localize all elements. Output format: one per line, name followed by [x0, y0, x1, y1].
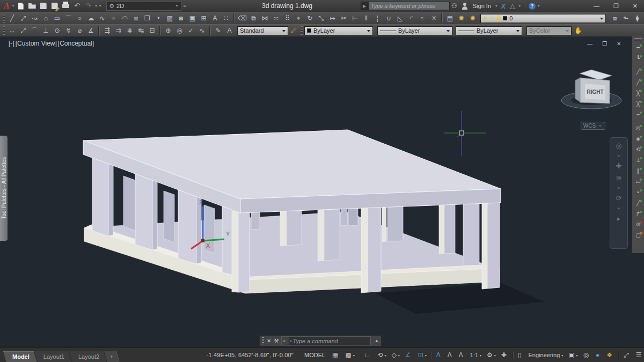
polyline-icon[interactable]: ↝ — [29, 13, 40, 24]
object-color-dropdown[interactable]: ByLayer — [304, 26, 373, 35]
open-file-button[interactable] — [26, 1, 38, 11]
snap-parallel-icon[interactable]: ∥ — [633, 166, 643, 176]
snap-from-icon[interactable]: ↱ — [633, 209, 643, 219]
viewport-view-control[interactable]: [Custom View] — [16, 40, 57, 47]
toolbar-grip[interactable] — [301, 26, 303, 35]
ucs-dropdown[interactable]: WCS ▼ — [581, 122, 605, 130]
move-icon[interactable]: ⌖ — [293, 13, 304, 24]
offset-icon[interactable]: ≍ — [270, 13, 282, 24]
showmotion-icon[interactable]: ▸ — [617, 215, 621, 222]
rotate-icon[interactable]: ↻ — [304, 13, 316, 24]
viewcube[interactable]: RIGHT — [561, 70, 621, 109]
ortho-mode-icon[interactable]: ∟ — [362, 348, 375, 362]
restore-button[interactable]: ❐ — [613, 3, 619, 10]
annotation-visibility-icon[interactable]: Λ — [434, 348, 445, 362]
snap-point-icon[interactable]: ╱ — [633, 67, 643, 77]
annotation-autoscale-icon[interactable]: Λ — [445, 348, 456, 362]
break-icon[interactable]: ‖ — [361, 13, 372, 24]
join-icon[interactable]: ∪ — [383, 13, 394, 24]
dimension-edit-icon[interactable]: ✎ — [213, 25, 224, 36]
object-snap-tracking-icon[interactable]: ∠ — [402, 348, 415, 362]
layer-on-icon[interactable]: ✺ — [456, 13, 467, 24]
jog-line-icon[interactable]: ∿ — [196, 25, 208, 36]
layer-previous-icon[interactable]: ⬑ — [620, 13, 632, 24]
model-space-canvas[interactable]: Z Y X RIGHT — [0, 36, 644, 348]
layer-dropdown[interactable]: ✺ ☀ 0 — [480, 14, 606, 23]
diameter-dimension-icon[interactable]: ⌀ — [74, 25, 85, 36]
undo-button[interactable]: ↶ — [71, 1, 83, 11]
command-prompt-icon[interactable]: >_ — [282, 337, 289, 345]
search-binoculars-icon[interactable]: ⚇ — [450, 2, 459, 10]
snap-node-icon[interactable]: • — [633, 187, 643, 198]
snap-insert-icon[interactable]: ▭ — [633, 176, 643, 187]
chamfer-icon[interactable]: ◺ — [394, 13, 406, 24]
save-button[interactable] — [38, 1, 49, 11]
separator[interactable] — [513, 351, 514, 359]
pan-hand-icon[interactable]: ✋ — [572, 27, 585, 34]
spline-icon[interactable]: ∿ — [97, 13, 108, 24]
command-input[interactable] — [293, 338, 371, 344]
system-monitor-icon[interactable]: ❖ — [604, 348, 617, 362]
redo-dropdown-icon[interactable]: ▾ — [98, 4, 103, 8]
lineweight-dropdown[interactable]: ByLayer — [456, 26, 522, 35]
quick-dimension-icon[interactable]: ⇶ — [101, 25, 113, 36]
arc-icon[interactable]: ⌒ — [63, 13, 74, 24]
line-icon[interactable]: ╱ — [6, 13, 18, 24]
search-input[interactable] — [368, 2, 450, 10]
orbit-dropdown-icon[interactable]: ▾ — [618, 206, 620, 210]
polar-tracking-icon[interactable]: ⟲▾ — [375, 348, 389, 362]
extend-icon[interactable]: ⊢ — [349, 13, 361, 24]
hatch-icon[interactable]: ▨ — [164, 13, 175, 24]
rectangle-icon[interactable]: ▭ — [52, 13, 63, 24]
continue-dimension-icon[interactable]: ⇉ — [113, 25, 124, 36]
recent-commands-icon[interactable]: ▾ — [289, 339, 292, 343]
radius-dimension-icon[interactable]: ⊙ — [52, 25, 63, 36]
tab-new-layout[interactable]: + — [105, 351, 118, 362]
scale-icon[interactable]: ⤡ — [316, 13, 327, 24]
linear-dimension-icon[interactable]: ↔ — [6, 25, 18, 36]
new-file-button[interactable] — [15, 1, 26, 11]
tab-model[interactable]: Model — [4, 351, 38, 362]
wrench-icon[interactable]: ⚒ — [274, 338, 279, 344]
sign-in-button[interactable]: Sign In — [471, 3, 493, 9]
command-collapse-icon[interactable]: ▲ — [374, 338, 379, 343]
command-close-icon[interactable]: ✕ — [267, 338, 271, 344]
dim-update-icon[interactable]: 🖉 — [288, 27, 299, 34]
stretch-icon[interactable]: ↦ — [327, 13, 338, 24]
region-icon[interactable]: ▣ — [187, 13, 198, 24]
snap-intersection-icon[interactable]: ╳ — [633, 88, 643, 99]
separator[interactable] — [431, 351, 432, 359]
zoom-dropdown-icon[interactable]: ▾ — [618, 186, 620, 190]
toolbar-grip[interactable] — [3, 14, 5, 23]
layer-properties-manager-icon[interactable]: ▤ — [444, 13, 456, 24]
wheel-dropdown-icon[interactable]: ▾ — [618, 154, 620, 158]
qat-customize-icon[interactable]: ≡ — [181, 3, 187, 9]
annotation-scale-value[interactable]: 1:1▾ — [467, 348, 484, 362]
search-go-icon[interactable]: ▶ — [361, 2, 368, 10]
undo-dropdown-icon[interactable]: ▾ — [94, 4, 98, 8]
units-value[interactable]: Engineering▾ — [526, 348, 566, 362]
logo-dropdown-icon[interactable]: ▾ — [11, 4, 16, 8]
annotation-scale-icon[interactable]: Λ — [456, 348, 467, 362]
customization-menu-icon[interactable]: ☰ — [633, 348, 644, 362]
autodesk-exchange-icon[interactable]: X — [500, 2, 508, 10]
separator[interactable] — [618, 351, 619, 359]
toolbar-grip[interactable] — [3, 26, 5, 35]
ellipse-arc-icon[interactable]: ◠ — [119, 13, 130, 24]
workspace-dropdown[interactable]: ⚙ 2D ▾ — [106, 2, 181, 11]
separator[interactable] — [359, 351, 360, 359]
model-space-button[interactable]: MODEL — [301, 352, 328, 358]
separator[interactable] — [159, 26, 161, 35]
a360-dropdown-icon[interactable]: ▾ — [517, 4, 522, 8]
erase-icon[interactable]: ⌫ — [237, 13, 248, 24]
circle-icon[interactable]: ○ — [74, 13, 85, 24]
snap-quadrant-icon[interactable]: ◈ — [633, 134, 643, 144]
aligned-dimension-icon[interactable]: ⤢ — [18, 25, 29, 36]
ellipse-icon[interactable]: ○ — [108, 14, 119, 22]
redo-button[interactable]: ↷ — [83, 1, 94, 11]
isolate-objects-icon[interactable]: ◎ — [581, 348, 593, 362]
pan-icon[interactable]: ✚ — [616, 162, 622, 169]
explode-icon[interactable]: ✳ — [428, 13, 440, 24]
autocad-logo-icon[interactable]: A — [2, 1, 11, 11]
blend-curves-icon[interactable]: ≈ — [417, 13, 428, 24]
